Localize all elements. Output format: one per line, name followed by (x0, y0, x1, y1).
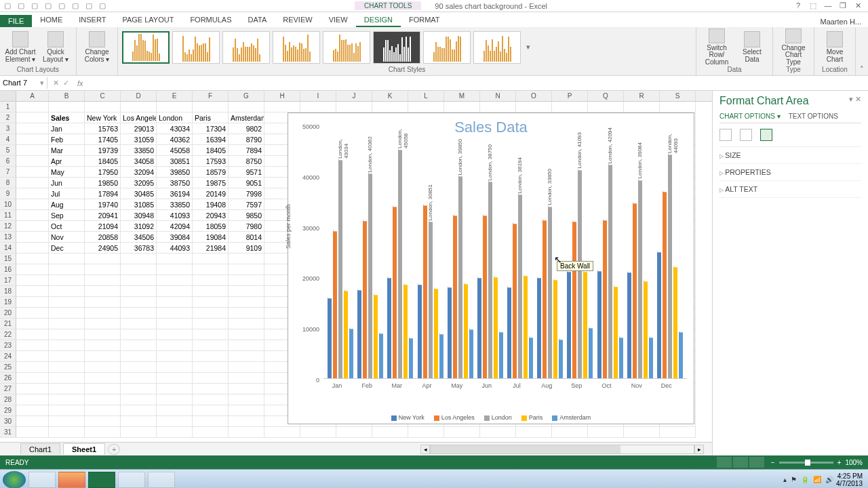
cell-C23[interactable] (85, 340, 121, 351)
cell-D1[interactable] (121, 102, 157, 113)
save-icon[interactable]: ▢ (43, 1, 53, 11)
column-header-O[interactable]: O (516, 91, 552, 101)
cell-J31[interactable] (336, 427, 372, 438)
cell-B24[interactable] (49, 351, 85, 362)
cell-C28[interactable] (85, 394, 121, 405)
cell-B14[interactable]: Dec (49, 243, 85, 253)
cell-I1[interactable] (300, 102, 336, 113)
cell-G12[interactable]: 7980 (229, 221, 264, 232)
cell-A25[interactable] (16, 362, 49, 373)
cell-F30[interactable] (193, 416, 229, 427)
minimize-button[interactable]: — (822, 1, 834, 10)
cell-G5[interactable]: 7894 (229, 145, 264, 156)
ribbon-tab-format[interactable]: FORMAT (401, 14, 448, 27)
cell-C31[interactable] (85, 427, 121, 438)
size-props-icon[interactable] (760, 129, 772, 141)
start-button[interactable] (3, 471, 26, 489)
chart-style-7[interactable] (423, 31, 471, 64)
cell-F3[interactable]: 17304 (193, 123, 229, 134)
cell-G24[interactable] (229, 351, 264, 362)
cell-G26[interactable] (229, 373, 264, 384)
cell-C25[interactable] (85, 362, 121, 373)
row-header-17[interactable]: 17 (0, 275, 16, 286)
bar-NewYork-Mar[interactable] (387, 278, 391, 378)
cell-B15[interactable] (49, 253, 85, 264)
cell-F23[interactable] (193, 340, 229, 351)
cell-F27[interactable] (193, 384, 229, 394)
cell-C16[interactable] (85, 264, 121, 275)
bar-London-Mar[interactable] (398, 150, 402, 378)
cell-N1[interactable] (480, 102, 516, 113)
bar-Paris-Jun[interactable] (494, 277, 498, 378)
bar-Amsterdam-Dec[interactable] (679, 332, 683, 378)
row-header-14[interactable]: 14 (0, 243, 16, 253)
column-header-R[interactable]: R (624, 91, 660, 101)
quick-layout-button[interactable]: Quick Layout ▾ (39, 28, 72, 66)
cell-A30[interactable] (16, 416, 49, 427)
taskbar-app1[interactable] (118, 472, 145, 488)
cell-F20[interactable] (193, 308, 229, 319)
cell-B13[interactable]: Nov (49, 232, 85, 243)
change-chart-type-button[interactable]: Change Chart Type (777, 28, 810, 66)
cell-C5[interactable]: 19739 (85, 145, 121, 156)
cell-B1[interactable] (49, 102, 85, 113)
cell-G18[interactable] (229, 286, 264, 297)
bar-Paris-Dec[interactable] (673, 267, 677, 378)
cell-E3[interactable]: 43034 (157, 123, 193, 134)
cell-D23[interactable] (121, 340, 157, 351)
cell-N31[interactable] (480, 427, 516, 438)
cell-B19[interactable] (49, 297, 85, 308)
cell-G14[interactable]: 9109 (229, 243, 264, 253)
cell-E22[interactable] (157, 329, 193, 340)
cell-A18[interactable] (16, 286, 49, 297)
column-header-I[interactable]: I (300, 91, 336, 101)
cell-F12[interactable]: 18059 (193, 221, 229, 232)
cell-B12[interactable]: Oct (49, 221, 85, 232)
cell-F1[interactable] (193, 102, 229, 113)
restore-button[interactable]: ❐ (837, 1, 849, 10)
cell-B8[interactable]: Jun (49, 178, 85, 188)
row-header-9[interactable]: 9 (0, 188, 16, 199)
bar-Paris-Sep[interactable] (583, 272, 587, 378)
cell-A11[interactable] (16, 210, 49, 221)
bar-NewYork-Jul[interactable] (507, 287, 511, 378)
cell-E4[interactable]: 40362 (157, 134, 193, 145)
cell-R1[interactable] (624, 102, 660, 113)
cell-F18[interactable] (193, 286, 229, 297)
cell-F14[interactable]: 21984 (193, 243, 229, 253)
redo-icon[interactable]: ▢ (71, 1, 80, 11)
column-header-C[interactable]: C (85, 91, 121, 101)
zoom-slider[interactable] (779, 462, 833, 464)
cell-G4[interactable]: 8790 (229, 134, 264, 145)
collapse-ribbon-button[interactable]: ˄ (856, 64, 868, 75)
cell-E9[interactable]: 36194 (157, 188, 193, 199)
cell-A28[interactable] (16, 394, 49, 405)
cell-C4[interactable]: 17405 (85, 134, 121, 145)
format-pane-close[interactable]: ✕ (855, 95, 861, 103)
cell-C18[interactable] (85, 286, 121, 297)
taskbar-clock[interactable]: 4:25 PM 4/7/2013 (836, 472, 865, 487)
cell-C11[interactable]: 20941 (85, 210, 121, 221)
cell-G29[interactable] (229, 405, 264, 416)
cell-F16[interactable] (193, 264, 229, 275)
cell-G31[interactable] (229, 427, 264, 438)
format-tab-text-options[interactable]: TEXT OPTIONS (789, 113, 838, 120)
cell-C19[interactable] (85, 297, 121, 308)
zoom-in-button[interactable]: + (837, 459, 842, 466)
cell-E16[interactable] (157, 264, 193, 275)
cell-E19[interactable] (157, 297, 193, 308)
cell-E8[interactable]: 38750 (157, 178, 193, 188)
cell-F22[interactable] (193, 329, 229, 340)
row-header-20[interactable]: 20 (0, 308, 16, 319)
sheet-tab-sheet1[interactable]: Sheet1 (63, 443, 105, 455)
cell-D9[interactable]: 30485 (121, 188, 157, 199)
row-header-22[interactable]: 22 (0, 329, 16, 340)
zoom-level[interactable]: 100% (845, 459, 863, 466)
cell-A10[interactable] (16, 199, 49, 210)
format-pane-dropdown[interactable]: ▾ (849, 95, 853, 103)
cell-B25[interactable] (49, 362, 85, 373)
cell-F7[interactable]: 18579 (193, 167, 229, 178)
cell-C12[interactable]: 21094 (85, 221, 121, 232)
bar-London-Jun[interactable] (488, 182, 492, 378)
column-header-A[interactable]: A (16, 91, 49, 101)
